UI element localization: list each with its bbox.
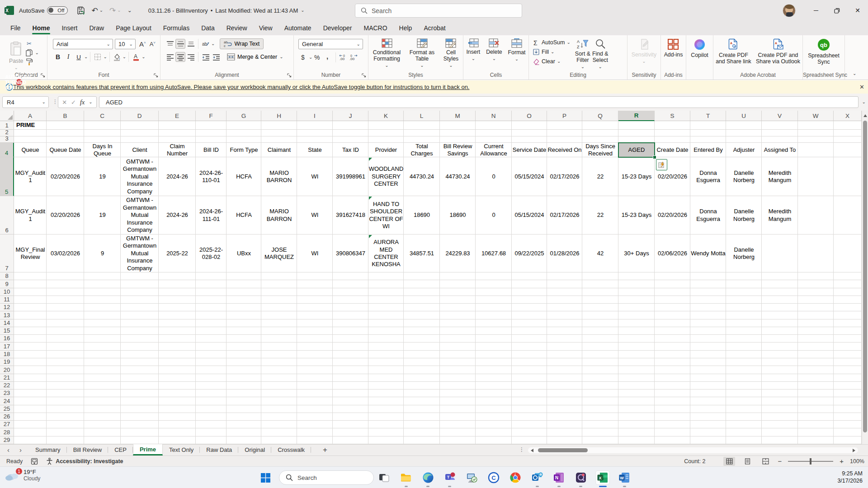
- acrobat-button-1[interactable]: ACreate PDF andShare via Outlook: [756, 35, 800, 65]
- cell-E5[interactable]: 2024-26: [159, 158, 195, 196]
- menu-tab-insert[interactable]: Insert: [56, 21, 83, 35]
- taskbar-app-q-app[interactable]: [574, 470, 588, 485]
- sheet-tab-original[interactable]: Original: [238, 444, 271, 455]
- zoom-slider[interactable]: [788, 461, 833, 462]
- cell-F4[interactable]: Bill ID: [196, 143, 226, 157]
- row-header-22[interactable]: 22: [0, 382, 14, 389]
- zoom-slider-thumb[interactable]: [810, 458, 811, 465]
- sheet-nav-right-icon[interactable]: ›: [19, 446, 22, 454]
- align-right-button[interactable]: [186, 52, 196, 62]
- macro-record-icon[interactable]: [31, 458, 38, 465]
- column-header-S[interactable]: S: [655, 111, 690, 121]
- decrease-indent-button[interactable]: [201, 52, 211, 62]
- dialog-launcher-icon[interactable]: [41, 73, 45, 78]
- cell-H5[interactable]: MARIO BARRON: [262, 158, 297, 196]
- column-header-J[interactable]: J: [333, 111, 368, 121]
- cell-C7[interactable]: 9: [85, 235, 120, 272]
- view-normal-button[interactable]: [723, 457, 735, 466]
- sheet-tab-bill-review[interactable]: Bill Review: [67, 444, 108, 455]
- autosave-control[interactable]: AutoSave Off: [19, 6, 68, 14]
- column-header-E[interactable]: E: [159, 111, 196, 121]
- cell-G7[interactable]: UBxx: [227, 235, 261, 272]
- cell-V5[interactable]: Meredith Mangum: [762, 158, 797, 196]
- cell-B7[interactable]: 03/02/2026: [47, 235, 84, 272]
- cell-I4[interactable]: State: [297, 143, 332, 157]
- cell-H6[interactable]: MARIO BARRON: [262, 197, 297, 234]
- cell-D7[interactable]: GMTWM - Germantown Mutual Insurance Comp…: [121, 235, 158, 272]
- font-family-select[interactable]: Arial⌄: [53, 39, 113, 49]
- cell-H4[interactable]: Claimant: [262, 143, 297, 157]
- cell-E6[interactable]: 2024-26: [159, 197, 195, 234]
- cell-J6[interactable]: 391627418: [333, 197, 368, 234]
- menu-tab-page-layout[interactable]: Page Layout: [110, 21, 157, 35]
- cell-O5[interactable]: 05/15/2024: [512, 158, 547, 196]
- cell-A1[interactable]: PRIME: [14, 122, 46, 129]
- fill-color-button[interactable]: [112, 52, 122, 62]
- menu-tab-automate[interactable]: Automate: [278, 21, 317, 35]
- sheet-tab-text-only[interactable]: Text Only: [163, 444, 200, 455]
- copilot-button[interactable]: Copilot: [691, 35, 708, 58]
- cell-K4[interactable]: Provider: [369, 143, 403, 157]
- insert-cells-button[interactable]: Insert⌄: [466, 35, 480, 61]
- cell-O6[interactable]: 05/15/2024: [512, 197, 547, 234]
- close-button[interactable]: ✕: [847, 0, 868, 21]
- row-header-24[interactable]: 24: [0, 397, 14, 405]
- add-sheet-button[interactable]: +: [311, 444, 339, 455]
- redo-button[interactable]: ↷⌄: [109, 6, 121, 15]
- cell-K6[interactable]: HAND TO SHOULDER CENTER OF WI: [369, 197, 403, 234]
- column-header-W[interactable]: W: [798, 111, 834, 121]
- cell-E4[interactable]: Claim Number: [159, 143, 195, 157]
- cell-G5[interactable]: HCFA: [227, 158, 261, 196]
- bold-button[interactable]: B: [53, 52, 63, 62]
- increase-indent-button[interactable]: [211, 52, 221, 62]
- cell-K5[interactable]: WOODLAND SURGERY CENTER: [369, 158, 403, 196]
- cell-R6[interactable]: 15-23 Days: [619, 197, 654, 234]
- sheet-tab-cep[interactable]: CEP: [108, 444, 133, 455]
- column-header-V[interactable]: V: [762, 111, 798, 121]
- cell-N7[interactable]: 10627.68: [476, 235, 511, 272]
- cell-J5[interactable]: 391998961: [333, 158, 368, 196]
- name-box[interactable]: R4⌄: [2, 96, 49, 108]
- align-middle-button[interactable]: [175, 39, 185, 49]
- taskbar-app-excel[interactable]: X: [595, 470, 610, 485]
- cell-J7[interactable]: 390806347: [333, 235, 368, 272]
- taskbar-clock[interactable]: 9:25 AM 3/17/2026: [837, 470, 863, 484]
- cell-C4[interactable]: Days In Queue: [85, 143, 120, 157]
- cell-C5[interactable]: 19: [85, 158, 120, 196]
- column-header-B[interactable]: B: [47, 111, 84, 121]
- cell-L4[interactable]: Total Charges: [404, 143, 439, 157]
- hscroll-thumb[interactable]: [538, 448, 588, 452]
- title-chevron-icon[interactable]: ⌄: [301, 8, 304, 13]
- format-painter-button[interactable]: [26, 58, 38, 66]
- search-input[interactable]: Search: [355, 4, 522, 18]
- cell-D4[interactable]: Client: [121, 143, 158, 157]
- format-cells-button[interactable]: Format⌄: [508, 35, 526, 61]
- column-header-U[interactable]: U: [726, 111, 762, 121]
- column-header-O[interactable]: O: [512, 111, 547, 121]
- column-header-Q[interactable]: Q: [582, 111, 618, 121]
- cell-M4[interactable]: Bill Review Savings: [440, 143, 475, 157]
- cell-Q5[interactable]: 22: [583, 158, 618, 196]
- row-header-13[interactable]: 13: [0, 311, 14, 319]
- row-header-16[interactable]: 16: [0, 335, 14, 343]
- taskbar-app-file-explorer[interactable]: [399, 470, 413, 485]
- warning-close-icon[interactable]: ✕: [859, 84, 864, 90]
- dialog-launcher-icon[interactable]: [154, 73, 158, 78]
- row-header-12[interactable]: 12: [0, 304, 14, 311]
- taskbar-app-c-app[interactable]: C: [486, 470, 501, 485]
- column-header-G[interactable]: G: [226, 111, 261, 121]
- cell-T5[interactable]: Donna Esguerra: [691, 158, 726, 196]
- cell-R5[interactable]: 15-23 Days: [619, 158, 654, 196]
- row-header-26[interactable]: 26: [0, 413, 14, 421]
- menu-tab-draw[interactable]: Draw: [83, 21, 110, 35]
- cell-U6[interactable]: Danelle Norberg: [726, 197, 761, 234]
- menu-tab-macro[interactable]: MACRO: [358, 21, 393, 35]
- spreadsheet-sync-button[interactable]: qbSpreadsheetSync: [808, 35, 840, 65]
- warning-message-link[interactable]: This workbook contains features that pre…: [13, 84, 469, 90]
- decrease-font-icon[interactable]: A˅: [150, 41, 156, 47]
- menu-tab-home[interactable]: Home: [27, 21, 56, 35]
- quick-analysis-button[interactable]: [656, 159, 667, 170]
- fill-handle[interactable]: [653, 155, 656, 159]
- cell-D6[interactable]: GMTWM - Germantown Mutual Insurance Comp…: [121, 197, 158, 234]
- cell-B4[interactable]: Queue Date: [47, 143, 84, 157]
